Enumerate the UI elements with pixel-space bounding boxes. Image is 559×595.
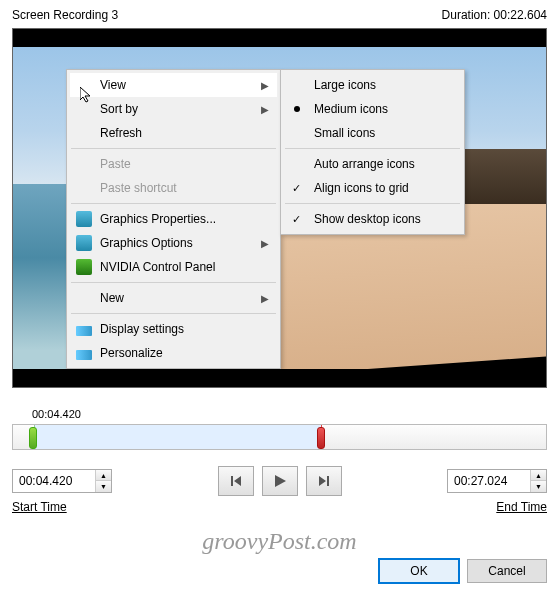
timeline-selection bbox=[34, 425, 322, 449]
menu-view[interactable]: View▶ bbox=[70, 73, 277, 97]
watermark: groovyPost.com bbox=[12, 528, 547, 555]
menu-medium-icons[interactable]: Medium icons bbox=[284, 97, 461, 121]
timeline-track[interactable] bbox=[12, 424, 547, 450]
start-handle[interactable] bbox=[29, 419, 39, 457]
spin-down-icon[interactable]: ▼ bbox=[96, 481, 111, 492]
menu-show-desktop-icons[interactable]: ✓Show desktop icons bbox=[284, 207, 461, 231]
menu-paste: Paste bbox=[70, 152, 277, 176]
step-forward-button[interactable] bbox=[306, 466, 342, 496]
start-time-input[interactable]: ▲▼ bbox=[12, 469, 112, 493]
duration: Duration: 00:22.604 bbox=[442, 8, 547, 22]
end-handle[interactable] bbox=[317, 419, 327, 457]
menu-paste-shortcut: Paste shortcut bbox=[70, 176, 277, 200]
menu-small-icons[interactable]: Small icons bbox=[284, 121, 461, 145]
chevron-right-icon: ▶ bbox=[261, 104, 269, 115]
menu-large-icons[interactable]: Large icons bbox=[284, 73, 461, 97]
menu-personalize[interactable]: Personalize bbox=[70, 341, 277, 365]
menu-refresh[interactable]: Refresh bbox=[70, 121, 277, 145]
spin-up-icon[interactable]: ▲ bbox=[531, 470, 546, 481]
menu-align-to-grid[interactable]: ✓Align icons to grid bbox=[284, 176, 461, 200]
desktop-context-menu[interactable]: View▶ Sort by▶ Refresh Paste Paste short… bbox=[66, 69, 281, 369]
chevron-right-icon: ▶ bbox=[261, 293, 269, 304]
menu-display-settings[interactable]: Display settings bbox=[70, 317, 277, 341]
step-back-button[interactable] bbox=[218, 466, 254, 496]
view-submenu[interactable]: Large icons Medium icons Small icons Aut… bbox=[280, 69, 465, 235]
play-button[interactable] bbox=[262, 466, 298, 496]
menu-graphics-properties[interactable]: Graphics Properties... bbox=[70, 207, 277, 231]
cancel-button[interactable]: Cancel bbox=[467, 559, 547, 583]
start-time-label: Start Time bbox=[12, 500, 67, 514]
marker-time-label: 00:04.420 bbox=[32, 408, 547, 420]
check-icon: ✓ bbox=[292, 182, 301, 195]
spin-down-icon[interactable]: ▼ bbox=[531, 481, 546, 492]
nvidia-icon bbox=[76, 259, 92, 275]
intel-icon bbox=[76, 211, 92, 227]
menu-sort-by[interactable]: Sort by▶ bbox=[70, 97, 277, 121]
end-time-input[interactable]: ▲▼ bbox=[447, 469, 547, 493]
cursor-icon bbox=[80, 87, 96, 103]
menu-graphics-options[interactable]: Graphics Options▶ bbox=[70, 231, 277, 255]
intel-icon bbox=[76, 235, 92, 251]
spin-up-icon[interactable]: ▲ bbox=[96, 470, 111, 481]
end-time-field[interactable] bbox=[448, 474, 530, 488]
start-time-field[interactable] bbox=[13, 474, 95, 488]
end-time-label: End Time bbox=[496, 500, 547, 514]
chevron-right-icon: ▶ bbox=[261, 238, 269, 249]
ok-button[interactable]: OK bbox=[379, 559, 459, 583]
chevron-right-icon: ▶ bbox=[261, 80, 269, 91]
check-icon: ✓ bbox=[292, 213, 301, 226]
recording-title: Screen Recording 3 bbox=[12, 8, 118, 22]
menu-auto-arrange[interactable]: Auto arrange icons bbox=[284, 152, 461, 176]
radio-selected-icon bbox=[294, 106, 300, 112]
menu-new[interactable]: New▶ bbox=[70, 286, 277, 310]
display-icon bbox=[76, 326, 92, 336]
video-preview: View▶ Sort by▶ Refresh Paste Paste short… bbox=[12, 28, 547, 388]
personalize-icon bbox=[76, 350, 92, 360]
menu-nvidia-control-panel[interactable]: NVIDIA Control Panel bbox=[70, 255, 277, 279]
